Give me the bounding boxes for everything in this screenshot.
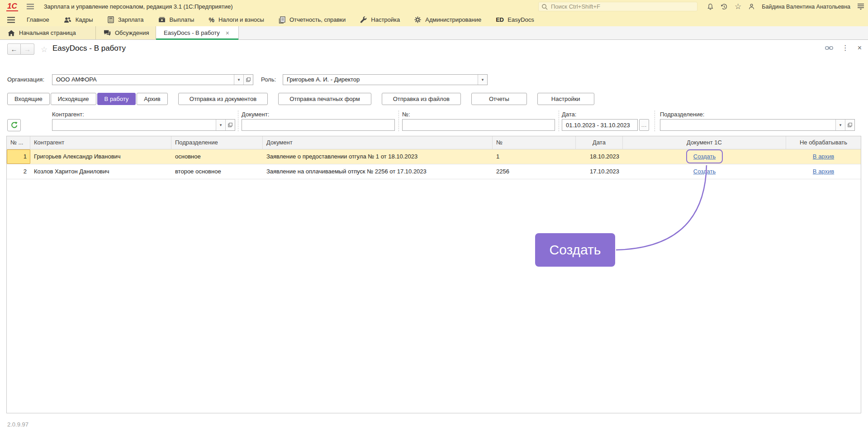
page-header-actions: ⋮ × bbox=[825, 44, 862, 52]
organization-combo[interactable]: ООО АМФОРА ▾ bbox=[52, 74, 253, 85]
to-archive-link[interactable]: В архив bbox=[813, 168, 834, 175]
organization-value: ООО АМФОРА bbox=[52, 75, 234, 85]
document-filter-label: Документ: bbox=[242, 111, 269, 118]
filter-separator bbox=[655, 110, 655, 131]
sections-panel-icon[interactable] bbox=[7, 17, 15, 23]
column-header-department[interactable]: Подразделение bbox=[171, 136, 263, 149]
user-icon[interactable] bbox=[748, 3, 755, 10]
percent-icon: % bbox=[209, 16, 214, 24]
chevron-down-icon[interactable]: ▾ bbox=[478, 75, 487, 85]
date-period-more-button[interactable]: ... bbox=[639, 119, 649, 131]
report-stack-icon bbox=[279, 16, 285, 24]
window-title: Зарплата и управление персоналом, редакц… bbox=[44, 3, 233, 10]
people-icon bbox=[64, 17, 71, 23]
search-icon bbox=[541, 4, 548, 10]
menu-item-administration[interactable]: Администрирование bbox=[407, 13, 489, 26]
number-filter-input[interactable] bbox=[402, 119, 555, 131]
view-button-reports[interactable]: Отчеты bbox=[471, 93, 527, 105]
contractor-cell: Козлов Харитон Данилович bbox=[30, 164, 171, 179]
1c-logo-icon: 1С bbox=[6, 2, 18, 11]
view-button-settings[interactable]: Настройки bbox=[537, 93, 594, 105]
chevron-down-icon[interactable]: ▾ bbox=[234, 75, 243, 85]
refresh-button[interactable] bbox=[7, 119, 21, 131]
view-button-incoming[interactable]: Входящие bbox=[7, 93, 50, 105]
create-doc1c-link[interactable]: Создать bbox=[693, 153, 716, 160]
view-button-archive[interactable]: Архив bbox=[137, 93, 167, 105]
date-filter-input[interactable] bbox=[562, 119, 638, 131]
service-menu-icon[interactable] bbox=[857, 3, 864, 10]
sections-menu-bar: Главное Кадры Зарплата Выплаты % Налоги … bbox=[0, 13, 868, 26]
tab-close-icon[interactable]: × bbox=[226, 29, 229, 37]
column-header-number[interactable]: № bbox=[493, 136, 576, 149]
role-combo[interactable]: Григорьев А. И. - Директор ▾ bbox=[283, 74, 488, 85]
chat-icon bbox=[104, 30, 111, 36]
document-cell: Заявление о предоставлении отгула № 1 от… bbox=[263, 149, 493, 164]
department-filter-label: Подразделение: bbox=[660, 111, 704, 118]
table-row[interactable]: 2 Козлов Харитон Данилович второе основн… bbox=[7, 164, 861, 179]
select-from-list-icon[interactable] bbox=[845, 120, 854, 130]
application-window: 1С Зарплата и управление персоналом, ред… bbox=[0, 0, 868, 436]
menu-item-payments[interactable]: Выплаты bbox=[151, 13, 202, 26]
view-button-in-work[interactable]: В работу bbox=[97, 93, 136, 105]
menu-item-salary[interactable]: Зарплата bbox=[100, 13, 151, 26]
menu-item-main[interactable]: Главное bbox=[19, 13, 57, 26]
select-from-list-icon[interactable] bbox=[243, 75, 253, 85]
filter-separator bbox=[559, 110, 559, 131]
date-cell: 18.10.2023 bbox=[576, 149, 623, 164]
menu-item-reports[interactable]: Отчетность, справки bbox=[271, 13, 353, 26]
add-favorite-star-icon[interactable]: ☆ bbox=[41, 45, 47, 54]
menu-item-hr[interactable]: Кадры bbox=[57, 13, 100, 26]
to-archive-link[interactable]: В архив bbox=[813, 153, 834, 160]
notifications-bell-icon[interactable] bbox=[707, 3, 714, 10]
more-actions-kebab-icon[interactable]: ⋮ bbox=[842, 44, 849, 52]
chevron-down-icon[interactable]: ▾ bbox=[835, 120, 845, 130]
view-button-send-printed-forms[interactable]: Отправка печатных форм bbox=[278, 93, 371, 105]
get-link-icon[interactable] bbox=[825, 46, 833, 50]
menu-item-settings[interactable]: Настройка bbox=[353, 13, 407, 26]
date-cell: 17.10.2023 bbox=[576, 164, 623, 179]
view-button-outgoing[interactable]: Исходящие bbox=[51, 93, 96, 105]
tab-home-page[interactable]: Начальная страница bbox=[0, 26, 96, 39]
history-icon[interactable] bbox=[721, 3, 728, 10]
document-filter-input[interactable] bbox=[242, 119, 395, 131]
table-row[interactable]: 1 Григорьев Александр Иванович основное … bbox=[7, 149, 861, 164]
number-filter-label: №: bbox=[402, 111, 410, 118]
number-cell: 1 bbox=[493, 149, 576, 164]
easydocs-form: ← → ☆ EasyDocs - В работу ⋮ × Организаци… bbox=[0, 40, 868, 436]
tab-easydocs-active[interactable]: EasyDocs - В работу × bbox=[156, 26, 239, 39]
column-header-date[interactable]: Дата bbox=[576, 136, 623, 149]
gear-icon bbox=[414, 16, 421, 23]
global-search[interactable] bbox=[538, 2, 697, 11]
menu-item-easydocs[interactable]: ED EasyDocs bbox=[489, 13, 541, 26]
wrench-icon bbox=[360, 16, 367, 23]
role-label: Роль: bbox=[261, 76, 276, 83]
forward-button[interactable]: → bbox=[21, 43, 34, 55]
column-header-rownum[interactable]: № ... bbox=[7, 136, 30, 149]
close-form-icon[interactable]: × bbox=[858, 44, 862, 52]
menu-item-taxes[interactable]: % Налоги и взносы bbox=[201, 13, 271, 26]
column-header-no-process[interactable]: Не обрабатывать bbox=[786, 136, 861, 149]
contractor-filter-combo[interactable]: ▾ bbox=[52, 119, 235, 131]
search-input[interactable] bbox=[550, 3, 694, 10]
calculator-icon bbox=[108, 16, 114, 23]
department-cell: второе основное bbox=[171, 164, 263, 179]
organization-label: Организация: bbox=[7, 76, 44, 83]
tab-discussions[interactable]: Обсуждения bbox=[96, 26, 156, 39]
chevron-down-icon[interactable]: ▾ bbox=[216, 120, 225, 130]
contractor-filter-label: Контрагент: bbox=[52, 111, 84, 118]
view-button-send-from-documents[interactable]: Отправка из документов bbox=[178, 93, 268, 105]
titlebar-actions: ☆ Байдина Валентина Анатольевна bbox=[707, 0, 864, 13]
main-menu-icon[interactable] bbox=[27, 4, 34, 10]
department-filter-combo[interactable]: ▾ bbox=[660, 119, 855, 131]
create-doc1c-link[interactable]: Создать bbox=[693, 168, 716, 175]
view-button-send-from-files[interactable]: Отправка из файлов bbox=[382, 93, 461, 105]
select-from-list-icon[interactable] bbox=[225, 120, 235, 130]
easydocs-ed-icon: ED bbox=[496, 16, 503, 23]
favorites-star-icon[interactable]: ☆ bbox=[735, 3, 741, 10]
back-button[interactable]: ← bbox=[7, 43, 21, 55]
banknote-icon bbox=[158, 17, 166, 23]
column-header-contractor[interactable]: Контрагент bbox=[30, 136, 171, 149]
column-header-doc1c[interactable]: Документ 1С bbox=[623, 136, 786, 149]
home-icon bbox=[8, 30, 15, 36]
column-header-document[interactable]: Документ bbox=[263, 136, 493, 149]
